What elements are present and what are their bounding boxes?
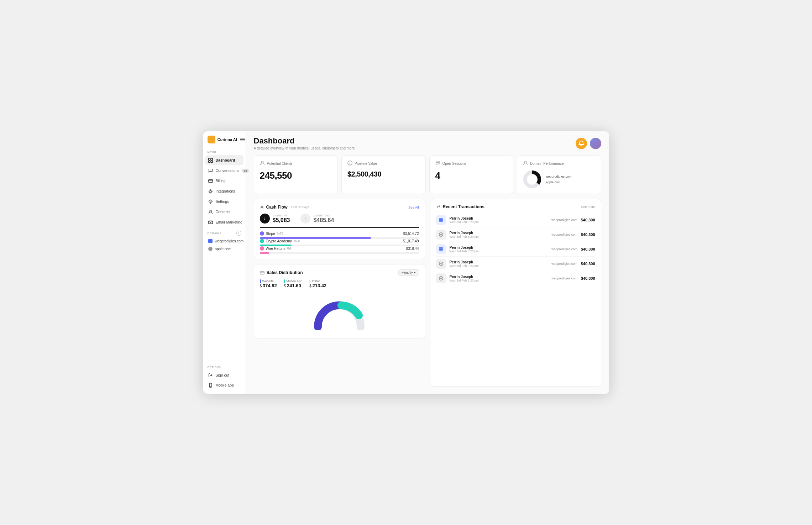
metric-card-potential-clients: Potential Clients 245,550 [254, 155, 338, 194]
domain-perf-apple: apple.com [546, 179, 572, 185]
cashflow-header: ✳ Cash Flow Last 30 days See All [260, 204, 419, 210]
svg-rect-31 [441, 247, 442, 249]
logo-icon [208, 136, 215, 143]
trans-info-1: Perrin Joseph Wed 3rd Feb 8:20 pm [450, 231, 548, 238]
source-name-2: Wire Return [266, 247, 285, 251]
trans-domain-3: webprodigies.com [551, 262, 577, 266]
trans-amount-2: $40,300 [581, 247, 595, 251]
source-name-0: Stripe [266, 232, 275, 236]
cashflow-source-crypto-academy: Crypto Academy %20 $1,017.49 [260, 239, 419, 246]
trans-amount-3: $40,300 [581, 262, 595, 266]
dashboard-icon [208, 158, 213, 163]
page-subtitle: A detailed overview of your metrics, usa… [254, 146, 355, 150]
main-content: Dashboard A detailed overview of your me… [246, 131, 609, 394]
integrations-icon [208, 189, 213, 194]
trans-amount-4: $40,300 [581, 276, 595, 280]
conversations-badge: 23 [242, 169, 249, 173]
sidebar-item-integrations[interactable]: Integrations [205, 186, 243, 196]
add-domain-button[interactable]: + [236, 231, 241, 236]
sales-header: Sales Distribution Monthly ▾ [260, 269, 419, 276]
trans-name-1: Perrin Joseph [450, 231, 548, 235]
sidebar-item-conversations[interactable]: Conversations 23 [205, 166, 243, 175]
other-label: Other [309, 279, 326, 283]
potential-clients-label: Potential Clients [267, 162, 293, 166]
sales-legend-other: Other $ 213.42 [309, 279, 326, 288]
svg-rect-33 [441, 250, 442, 251]
other-value: $ 213.42 [309, 283, 326, 288]
domain-item-apple[interactable]: apple.com [205, 245, 243, 253]
domain-perf-domains: webprodigies.com apple.com [546, 174, 572, 185]
sidebar-item-mobile-app[interactable]: Mobile app [205, 380, 243, 390]
svg-rect-26 [441, 220, 442, 222]
table-row[interactable]: Perrin Joseph Wed 3rd Feb 8:20 pm webpro… [436, 242, 595, 257]
mobile-value: $ 241.60 [284, 283, 303, 288]
source-name-1: Crypto Academy [266, 239, 292, 243]
settings-icon [208, 199, 213, 204]
trans-info-4: Perrin Joseph Wed 3rd Feb 8:20 pm [450, 275, 548, 282]
cashflow-card: ✳ Cash Flow Last 30 days See All ↓ [254, 199, 425, 259]
sales-period-dropdown[interactable]: Monthly ▾ [398, 269, 419, 276]
sidebar-item-contacts[interactable]: Contacts [205, 207, 243, 217]
trans-avatar-2 [436, 244, 446, 254]
sales-distribution-card: Sales Distribution Monthly ▾ Website [254, 264, 425, 338]
sidebar-item-sign-out[interactable]: Sign out [205, 370, 243, 380]
transactions-title-group: Recent Transactions [436, 204, 484, 209]
trans-domain-2: webprodigies.com [551, 247, 577, 251]
notification-avatar[interactable] [576, 138, 587, 149]
sidebar-item-settings[interactable]: Settings [205, 196, 243, 206]
billing-icon [208, 178, 213, 183]
trans-date-3: Wed 3rd Feb 8:20 pm [450, 264, 548, 268]
transactions-see-more[interactable]: See more [581, 205, 595, 209]
table-row[interactable]: Perrin Joseph Wed 3rd Feb 8:20 pm webpro… [436, 257, 595, 271]
page-title-group: Dashboard A detailed overview of your me… [254, 136, 355, 150]
trans-name-3: Perrin Joseph [450, 260, 548, 264]
metric-card-open-sessions: Open Sessions 4 [429, 155, 514, 194]
sidebar-item-email-marketing[interactable]: Email Marketing [205, 217, 243, 227]
billing-label: Billing [216, 179, 226, 183]
open-sessions-icon [435, 161, 440, 167]
recent-transactions-card: Recent Transactions See more Perrin Jose… [430, 199, 601, 387]
sidebar-nav: Dashboard Conversations 23 Billing [203, 155, 246, 227]
transactions-icon [436, 205, 441, 209]
cashflow-money-row: ↓ MONEY IN $5,083 ↑ MONEY OUT $ [260, 214, 419, 228]
domains-label: DOMAINS [208, 232, 222, 235]
trans-domain-1: webprodigies.com [551, 233, 577, 236]
email-marketing-label: Email Marketing [216, 220, 242, 224]
topbar-right [576, 138, 601, 149]
money-in-icon: ↓ [260, 214, 270, 224]
table-row[interactable]: Perrin Joseph Wed 3rd Feb 8:20 pm webpro… [436, 227, 595, 242]
sales-legend: Website $ 374.82 Mobile App $ 241.60 [260, 279, 419, 288]
table-row[interactable]: Perrin Joseph Wed 3rd Feb 8:20 pm webpro… [436, 271, 595, 285]
sidebar-item-dashboard[interactable]: Dashboard [205, 155, 243, 165]
trans-name-0: Perrin Joseph [450, 216, 548, 220]
mobile-app-label: Mobile app [216, 383, 234, 387]
sidebar-item-billing[interactable]: Billing [205, 176, 243, 186]
mobile-icon [208, 383, 213, 388]
progress-track-2 [260, 252, 419, 254]
user-avatar[interactable] [590, 138, 601, 149]
options-nav: Sign out Mobile app [203, 370, 246, 394]
sales-title: Sales Distribution [267, 270, 303, 275]
metric-cards-grid: Potential Clients 245,550 $ Pipeline Val… [254, 155, 601, 194]
domain-perf-webprodigies: webprodigies.com [546, 174, 572, 179]
money-out-block: ↑ MONEY OUT $485.64 [300, 214, 334, 224]
svg-point-17 [438, 162, 439, 163]
trans-info-0: Perrin Joseph Wed 3rd Feb 8:20 pm [450, 216, 548, 224]
svg-text:$: $ [349, 162, 351, 165]
sales-legend-website: Website $ 374.82 [260, 279, 277, 288]
source-pct-1: %20 [294, 239, 300, 243]
domain-item-webprodigies[interactable]: webprodigies.com [205, 237, 243, 245]
transactions-title: Recent Transactions [443, 204, 484, 209]
app-logo: Corinna AI [203, 131, 246, 147]
cashflow-see-all[interactable]: See All [408, 205, 419, 209]
svg-point-15 [438, 162, 438, 163]
options-section-label: OPTIONS [203, 362, 246, 370]
page-title: Dashboard [254, 136, 355, 146]
trans-amount-0: $40,300 [581, 218, 595, 222]
menu-section-label: MENU [203, 147, 246, 155]
table-row[interactable]: Perrin Joseph Wed 3rd Feb 8:20 pm webpro… [436, 213, 595, 227]
svg-point-18 [524, 161, 526, 163]
trans-name-2: Perrin Joseph [450, 246, 548, 250]
hamburger-button[interactable] [239, 137, 246, 142]
source-amount-1: $1,017.49 [403, 239, 419, 243]
